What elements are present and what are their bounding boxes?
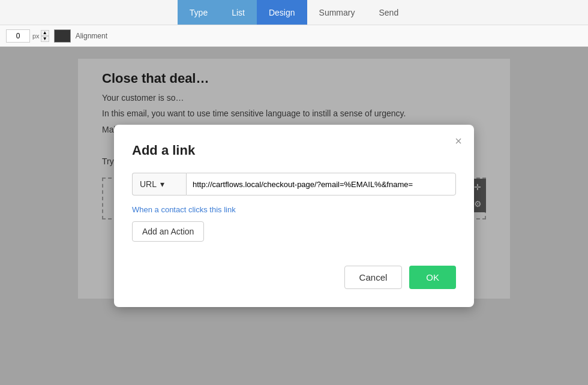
spinner-down[interactable]: ▼ — [41, 36, 49, 42]
ok-button[interactable]: OK — [409, 266, 456, 289]
nav-step-design-label: Design — [269, 8, 295, 17]
add-action-button[interactable]: Add an Action — [132, 221, 204, 242]
url-input[interactable] — [186, 173, 456, 195]
spinner-up[interactable]: ▲ — [41, 30, 49, 36]
number-input[interactable] — [6, 29, 30, 43]
url-row: URL ▾ — [132, 173, 456, 195]
px-label: px — [32, 32, 40, 40]
nav-step-summary-label: Summary — [319, 8, 355, 17]
toolbar: px ▲ ▼ Alignment — [0, 25, 588, 47]
modal-close-button[interactable]: × — [455, 134, 462, 148]
nav-step-type-label: Type — [190, 8, 208, 17]
nav-step-send[interactable]: Send — [367, 0, 410, 25]
nav-step-summary[interactable]: Summary — [307, 0, 367, 25]
number-input-group: px ▲ ▼ — [6, 29, 49, 43]
nav-step-send-label: Send — [379, 8, 398, 17]
url-type-label: URL — [140, 179, 157, 189]
alignment-label: Alignment — [76, 32, 107, 40]
main-content: Close that deal… Your customer is so… In… — [0, 47, 588, 385]
nav-step-list-label: List — [232, 8, 245, 17]
number-spinner: ▲ ▼ — [41, 30, 49, 42]
nav-step-list[interactable]: List — [220, 0, 257, 25]
modal-footer: Cancel OK — [132, 266, 456, 289]
modal-dialog: Add a link × URL ▾ When a contact clicks… — [114, 125, 474, 307]
top-nav: Type List Design Summary Send — [0, 0, 588, 25]
modal-overlay: Add a link × URL ▾ When a contact clicks… — [0, 47, 588, 385]
contact-click-label: When a contact clicks this link — [132, 205, 456, 214]
nav-step-type[interactable]: Type — [178, 0, 220, 25]
color-box[interactable] — [54, 29, 71, 43]
cancel-button[interactable]: Cancel — [344, 266, 403, 289]
nav-step-design[interactable]: Design — [257, 0, 307, 25]
url-type-chevron-icon: ▾ — [160, 179, 164, 189]
url-type-select[interactable]: URL ▾ — [132, 173, 186, 195]
modal-title: Add a link — [132, 143, 456, 158]
